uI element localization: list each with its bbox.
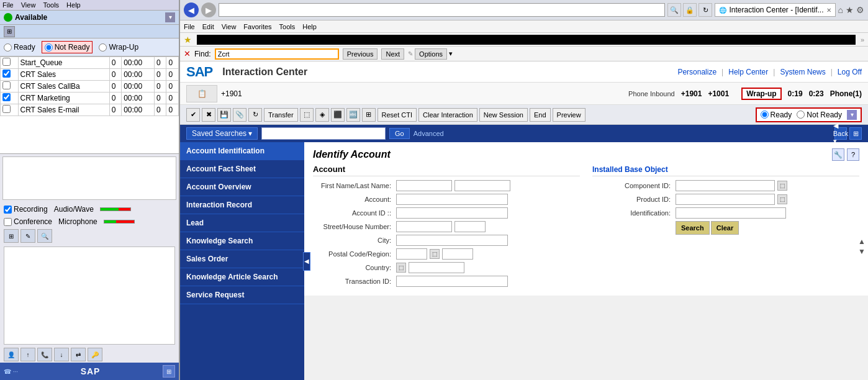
refresh-toolbar-icon[interactable]: ↻ xyxy=(248,108,262,122)
address-bar[interactable] xyxy=(219,3,665,17)
toolbar-grid-icon[interactable]: ⊞ xyxy=(4,26,15,37)
ic-icon3[interactable]: ⬛ xyxy=(331,108,345,122)
save-icon-btn[interactable]: 💾 xyxy=(217,108,231,122)
ic-icon1[interactable]: ⬚ xyxy=(300,108,314,122)
phone-icon[interactable]: 📞 xyxy=(37,348,52,361)
identification-input[interactable] xyxy=(676,207,786,219)
nav-item-knowledge-article-search[interactable]: Knowledge Article Search xyxy=(180,268,304,286)
go-button[interactable]: Go xyxy=(389,128,410,139)
help-circle-icon[interactable]: ? xyxy=(847,148,859,161)
house-num-input[interactable] xyxy=(454,221,486,232)
menu-view[interactable]: View xyxy=(21,1,36,9)
product-select-icon[interactable]: ⬚ xyxy=(777,194,787,204)
street-input[interactable] xyxy=(396,221,452,232)
transfer-button[interactable]: Transfer xyxy=(264,108,298,122)
find-options-button[interactable]: Options xyxy=(415,48,447,60)
ic-icon4[interactable]: 🔤 xyxy=(346,108,360,122)
wrap-up-option[interactable]: Wrap-Up xyxy=(99,43,138,52)
attach-icon-btn[interactable]: 📎 xyxy=(233,108,246,122)
menu-help[interactable]: Help xyxy=(66,1,81,9)
footer-icon[interactable]: ⊞ xyxy=(163,365,175,378)
tab-close-icon[interactable]: ✕ xyxy=(826,7,831,14)
queue-check[interactable] xyxy=(1,104,19,116)
check-icon-btn[interactable]: ✔ xyxy=(186,108,200,122)
new-session-button[interactable]: New Session xyxy=(479,108,528,122)
queue-check[interactable] xyxy=(1,57,19,69)
product-id-input[interactable] xyxy=(676,194,775,205)
find-options-arrow[interactable]: ▾ xyxy=(449,50,453,58)
nav-item-service-request[interactable]: Service Request xyxy=(180,286,304,304)
region-input[interactable] xyxy=(442,248,473,260)
menu-tools[interactable]: Tools xyxy=(43,1,59,9)
find-input[interactable] xyxy=(215,48,339,60)
app-menu-tools[interactable]: Tools xyxy=(279,23,296,30)
component-id-input[interactable] xyxy=(676,180,775,191)
nav-item-account-identification[interactable]: Account Identification xyxy=(180,142,304,160)
app-menu-edit[interactable]: Edit xyxy=(202,23,214,30)
scroll-up-icon[interactable]: ▲ xyxy=(858,237,866,246)
queue-check[interactable] xyxy=(1,93,19,104)
mic-slider[interactable] xyxy=(104,220,135,224)
audio-slider[interactable] xyxy=(100,207,131,211)
empty-notes-box[interactable] xyxy=(2,156,176,200)
end-button[interactable]: End xyxy=(530,108,551,122)
menu-file[interactable]: File xyxy=(2,1,14,9)
toolbar-ready-option[interactable]: Ready xyxy=(761,111,792,119)
nav-item-knowledge-search[interactable]: Knowledge Search xyxy=(180,232,304,250)
app-menu-help[interactable]: Help xyxy=(302,23,317,30)
toolbar-not-ready-option[interactable]: Not Ready xyxy=(797,111,842,119)
personalize-link[interactable]: Personalize xyxy=(677,68,717,76)
back-nav-icon[interactable]: ◀ Back ▾ xyxy=(834,127,847,140)
lock-icon[interactable]: 🔒 xyxy=(683,3,697,17)
bookmark-star-icon[interactable]: ★ xyxy=(184,35,192,45)
settings-icon[interactable]: ⚙ xyxy=(856,5,864,15)
forward-button[interactable]: ▶ xyxy=(201,2,216,17)
nav-item-lead[interactable]: Lead xyxy=(180,214,304,232)
status-dropdown[interactable]: ▾ xyxy=(165,12,175,22)
person-icon[interactable]: 👤 xyxy=(4,348,19,361)
search-nav-icon[interactable]: 🔍 xyxy=(667,3,681,17)
queue-check[interactable] xyxy=(1,81,19,93)
log-off-link[interactable]: Log Off xyxy=(838,68,862,76)
search-button[interactable]: Search xyxy=(676,221,710,235)
queue-check[interactable] xyxy=(1,69,19,81)
key-icon[interactable]: 🔑 xyxy=(88,348,102,361)
find-next-button[interactable]: Next xyxy=(381,48,404,60)
first-name-input[interactable] xyxy=(396,180,452,191)
help-center-link[interactable]: Help Center xyxy=(728,68,768,76)
ic-icon5[interactable]: ⊞ xyxy=(362,108,376,122)
transaction-id-input[interactable] xyxy=(396,276,508,287)
notes-area[interactable] xyxy=(4,247,175,345)
x-icon-btn[interactable]: ✖ xyxy=(202,108,215,122)
ready-option[interactable]: Ready xyxy=(4,43,35,52)
country-input[interactable] xyxy=(409,262,464,273)
advanced-button[interactable]: Advanced xyxy=(414,130,444,137)
app-menu-file[interactable]: File xyxy=(184,23,195,30)
nav-item-account-fact-sheet[interactable]: Account Fact Sheet xyxy=(180,160,304,178)
clear-interaction-button[interactable]: Clear Interaction xyxy=(418,108,477,122)
nav-item-account-overview[interactable]: Account Overview xyxy=(180,178,304,196)
last-name-input[interactable] xyxy=(454,180,510,191)
transfer-icon[interactable]: ⇄ xyxy=(71,348,86,361)
not-ready-option[interactable]: Not Ready xyxy=(42,41,93,53)
refresh-icon[interactable]: ↻ xyxy=(698,3,712,17)
postal-select-icon[interactable]: ⬚ xyxy=(430,249,440,259)
account-input[interactable] xyxy=(396,194,508,205)
up-icon[interactable]: ↑ xyxy=(20,348,35,361)
page-nav-icon[interactable]: ⊞ xyxy=(849,127,862,140)
clear-button[interactable]: Clear xyxy=(711,221,739,235)
ic-icon2[interactable]: ◈ xyxy=(315,108,329,122)
saved-searches-button[interactable]: Saved Searches ▾ xyxy=(186,127,258,140)
object-link[interactable]: Object xyxy=(644,165,667,174)
star-icon[interactable]: ★ xyxy=(846,5,854,15)
app-menu-favorites[interactable]: Favorites xyxy=(243,23,271,30)
wrench-icon[interactable]: 🔧 xyxy=(832,148,844,161)
app-menu-view[interactable]: View xyxy=(222,23,237,30)
find-close-icon[interactable]: ✕ xyxy=(184,49,191,58)
city-input[interactable] xyxy=(396,235,508,246)
preview-button[interactable]: Preview xyxy=(553,108,585,122)
find-previous-button[interactable]: Previous xyxy=(343,48,378,60)
nav-toggle[interactable]: ◀ xyxy=(303,252,310,271)
installed-base-link[interactable]: Installed Base xyxy=(592,165,643,174)
country-select-icon[interactable]: ⬚ xyxy=(396,263,406,273)
